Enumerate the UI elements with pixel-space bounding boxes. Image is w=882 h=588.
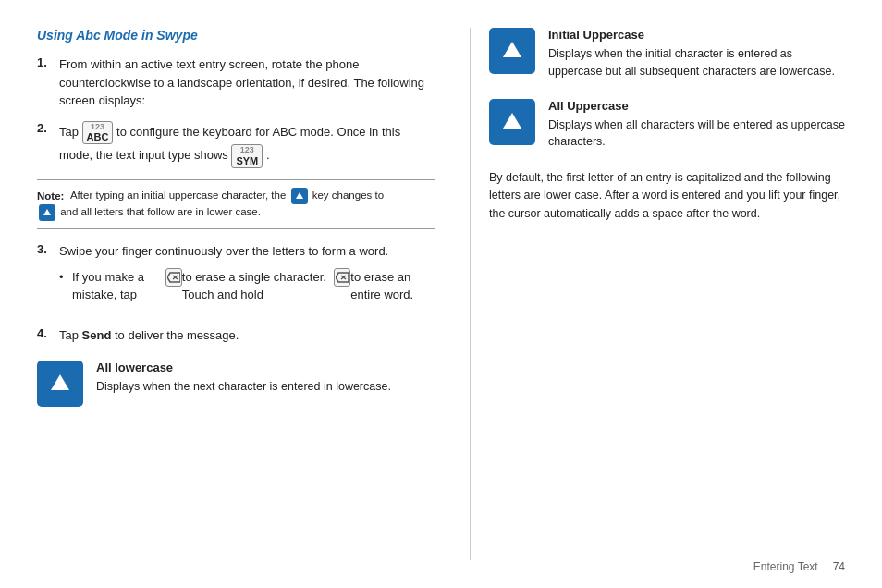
step-2-num: 2.: [37, 121, 55, 135]
all-uppercase-title: All Uppercase: [548, 99, 845, 113]
left-column: Using Abc Mode in Swype 1. From within a…: [37, 28, 462, 560]
bullet-list: If you make a mistake, tap to erase a si…: [59, 268, 435, 304]
kbd-sym: 123 SYM: [231, 144, 263, 168]
all-lowercase-text: All lowercase Displays when the next cha…: [96, 361, 391, 396]
delete-icon-2: [334, 268, 350, 287]
step-4-num: 4.: [37, 326, 55, 340]
kbd-abc-top: 123: [91, 123, 104, 132]
note-inline-arrow-2: [39, 204, 55, 221]
note-text-before: After typing an initial uppercase charac…: [70, 190, 286, 202]
numbered-list-cont: 3. Swipe your finger continuously over t…: [37, 242, 435, 344]
bullet-item-1: If you make a mistake, tap to erase a si…: [59, 268, 435, 304]
note-inline-arrow-1: [291, 188, 308, 204]
step-1-text: From within an active text entry screen,…: [59, 57, 424, 107]
step-3: 3. Swipe your finger continuously over t…: [37, 242, 435, 315]
initial-uppercase-text: Initial Uppercase Displays when the init…: [548, 28, 845, 80]
step-2: 2. Tap 123 ABC to configure the keyboard…: [37, 121, 435, 169]
right-column: Initial Uppercase Displays when the init…: [471, 28, 845, 560]
step-4-bold-word: Send: [82, 328, 112, 342]
all-lowercase-desc: Displays when the next character is ente…: [96, 378, 391, 396]
svg-marker-6: [51, 374, 69, 390]
numbered-list: 1. From within an active text entry scre…: [37, 55, 435, 168]
note-label: Note:: [37, 190, 64, 202]
svg-marker-1: [43, 209, 51, 215]
step-1-num: 1.: [37, 55, 55, 69]
step-3-content: Swipe your finger continuously over the …: [59, 242, 435, 315]
note-box: Note: After typing an initial uppercase …: [37, 179, 435, 229]
all-uppercase-item: All Uppercase Displays when all characte…: [489, 99, 845, 152]
step-4-content: Tap Send to deliver the message.: [59, 326, 435, 345]
step-2-content: Tap 123 ABC to configure the keyboard fo…: [59, 121, 435, 169]
bottom-paragraph: By default, the first letter of an entry…: [489, 169, 845, 223]
step-4-text-before: Tap: [59, 328, 82, 342]
bullet-text-mid: to erase a single character. Touch and h…: [182, 268, 335, 304]
step-4-text-after: to deliver the message.: [115, 328, 239, 342]
delete-icon-1: [165, 268, 182, 287]
all-lowercase-title: All lowercase: [96, 361, 391, 374]
all-lowercase-icon: [37, 361, 83, 407]
initial-uppercase-desc: Displays when the initial character is e…: [548, 45, 845, 80]
all-uppercase-icon: [489, 99, 535, 145]
bullet-text-before: If you make a mistake, tap: [72, 268, 165, 304]
kbd-sym-main: SYM: [236, 155, 258, 166]
svg-marker-0: [296, 192, 303, 199]
step-2-text-before: Tap: [59, 125, 82, 139]
svg-marker-7: [503, 42, 521, 57]
page-number: 74: [833, 560, 845, 573]
section-title: Using Abc Mode in Swype: [37, 28, 435, 43]
step-2-text-end: .: [266, 149, 270, 163]
note-content: Note: After typing an initial uppercase …: [37, 188, 384, 221]
step-3-num: 3.: [37, 242, 55, 256]
step-1: 1. From within an active text entry scre…: [37, 55, 435, 110]
all-lowercase-section: All lowercase Displays when the next cha…: [37, 361, 435, 407]
all-uppercase-desc: Displays when all characters will be ent…: [548, 116, 845, 152]
initial-uppercase-icon: [489, 28, 535, 74]
all-uppercase-text: All Uppercase Displays when all characte…: [548, 99, 845, 152]
kbd-sym-top: 123: [240, 146, 254, 155]
footer-label: Entering Text: [753, 560, 818, 573]
bullet-text-end: to erase an entire word.: [350, 268, 435, 304]
step-4: 4. Tap Send to deliver the message.: [37, 326, 435, 345]
initial-uppercase-title: Initial Uppercase: [548, 28, 845, 42]
kbd-abc-main: ABC: [87, 131, 109, 142]
kbd-abc: 123 ABC: [82, 121, 114, 145]
initial-uppercase-item: Initial Uppercase Displays when the init…: [489, 28, 845, 80]
note-text-after: key changes to: [312, 190, 384, 202]
note-text-end: and all letters that follow are in lower…: [60, 207, 261, 218]
step-3-text: Swipe your finger continuously over the …: [59, 244, 388, 258]
footer: Entering Text 74: [753, 560, 845, 573]
step-1-content: From within an active text entry screen,…: [59, 55, 435, 110]
